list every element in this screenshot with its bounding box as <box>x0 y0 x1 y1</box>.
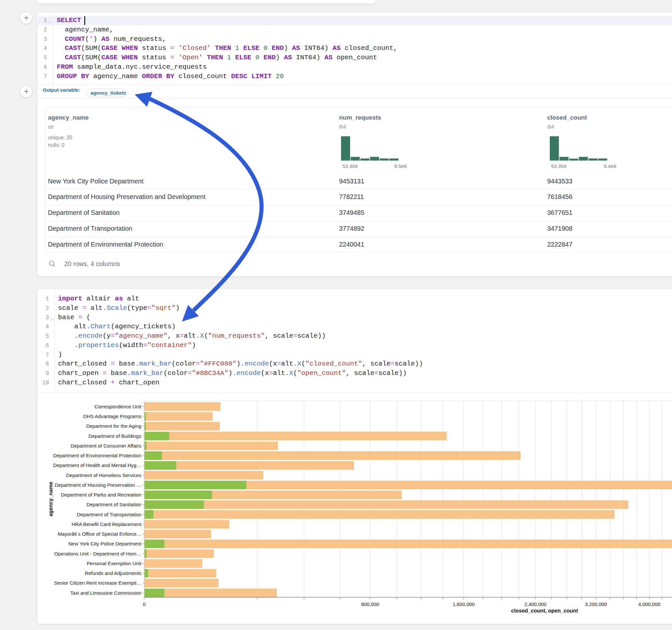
svg-text:Operations Unit - Department o: Operations Unit - Department of Hom… <box>54 551 141 556</box>
svg-text:Mayorâ€ s Office of Special En: Mayorâ€ s Office of Special Enforce… <box>58 531 141 537</box>
svg-text:Department of Health and Menta: Department of Health and Mental Hyg… <box>53 462 141 468</box>
svg-text:0: 0 <box>143 602 146 607</box>
svg-text:Department of Consumer Affairs: Department of Consumer Affairs <box>71 443 142 449</box>
svg-text:3,200,000: 3,200,000 <box>585 602 607 607</box>
svg-text:4,000,000: 4,000,000 <box>638 602 660 607</box>
svg-text:agency_name: agency_name <box>48 482 53 516</box>
svg-text:1,600,000: 1,600,000 <box>453 602 475 607</box>
svg-text:800,000: 800,000 <box>361 602 379 607</box>
svg-text:Senior Citizen Rent Increase E: Senior Citizen Rent Increase Exempti… <box>54 580 141 586</box>
svg-text:Department of Parks and Recrea: Department of Parks and Recreation <box>61 492 141 498</box>
svg-text:Refunds and Adjustments: Refunds and Adjustments <box>85 571 142 576</box>
svg-text:HRA Benefit Card Replacement: HRA Benefit Card Replacement <box>72 522 142 527</box>
svg-text:2,400,000: 2,400,000 <box>525 602 547 607</box>
svg-text:closed_count, open_count: closed_count, open_count <box>511 608 578 613</box>
svg-text:Department of Buildings: Department of Buildings <box>89 433 142 439</box>
svg-text:Department of Housing Preserva: Department of Housing Preservation … <box>55 482 141 488</box>
svg-text:Department for the Aging: Department for the Aging <box>86 423 141 429</box>
svg-text:Department of Sanitation: Department of Sanitation <box>87 502 141 507</box>
svg-text:Department of Environmental Pr: Department of Environmental Protection <box>53 453 141 458</box>
svg-text:DHS Advantage Programs: DHS Advantage Programs <box>83 413 142 419</box>
svg-text:Department of Transportation: Department of Transportation <box>77 512 141 517</box>
svg-text:Department of Homeless Service: Department of Homeless Services <box>66 472 141 478</box>
svg-text:Correspondence Unit: Correspondence Unit <box>94 404 141 409</box>
svg-text:Personal Exemption Unit: Personal Exemption Unit <box>87 561 142 566</box>
svg-text:Taxi and Limousine Commission: Taxi and Limousine Commission <box>70 590 141 596</box>
svg-text:New York City Police Departmen: New York City Police Department <box>68 541 142 547</box>
